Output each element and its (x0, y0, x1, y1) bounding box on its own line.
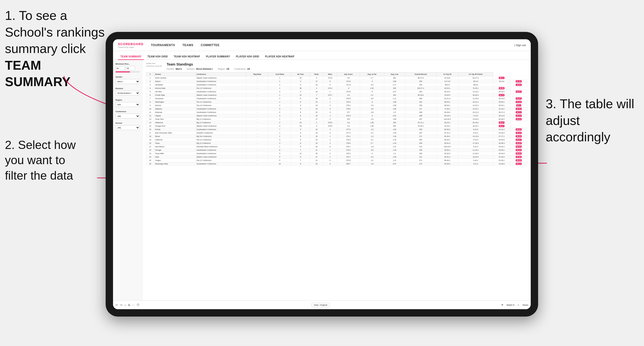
resize-icon[interactable]: ⤢ (518, 304, 520, 306)
nav-bar: SCOREBOARD Powered by clippd TOURNAMENTS… (113, 39, 531, 51)
nav-tournaments[interactable]: TOURNAMENTS (151, 42, 175, 48)
cell-wins: 2 (323, 118, 337, 121)
watch-button[interactable]: Watch ▾ (506, 304, 514, 306)
cell-vs-top50-points: 11-19-0 (458, 97, 493, 100)
cell-school[interactable]: Texas Tech (154, 118, 196, 121)
tab-player-summary[interactable]: PLAYER SUMMARY (204, 54, 232, 60)
tab-team-h2h-grid[interactable]: TEAM H2H GRID (145, 54, 170, 60)
cell-school[interactable]: Georgia Tech (154, 124, 196, 128)
cell-school[interactable]: California (154, 138, 196, 142)
tab-player-h2h-heatmap[interactable]: PLAYER H2H HEATMAP (263, 54, 297, 60)
cell-school[interactable]: Duke (154, 155, 196, 159)
filter-min-to[interactable] (126, 66, 135, 70)
cell-school[interactable]: Mississippi State (154, 162, 196, 166)
filter-conference-select[interactable]: (All) (116, 114, 140, 119)
share-button[interactable]: Share (522, 304, 528, 306)
cell-avg-low: 265 (384, 124, 405, 128)
cell-data: 10-30-0 (493, 162, 510, 166)
cell-avg-par: -6 (360, 100, 384, 104)
table-row: 26Mississippi StateSoutheastern Conferen… (146, 162, 527, 166)
cell-conf-rank: 2 (268, 83, 292, 87)
cell-vs-top25: 95-6-0 (436, 83, 458, 87)
cell-school[interactable]: Oklahoma (154, 121, 196, 124)
cell-rank: 12 (146, 114, 154, 118)
sign-out-link[interactable]: | Sign out (514, 44, 526, 47)
cell-rnds: 23 (310, 135, 323, 138)
cell-school[interactable]: Tennessee (154, 97, 196, 100)
cell-overall-record: 95-29-0 (405, 94, 436, 97)
col-wins: Wins (323, 72, 337, 76)
cell-avg-par: 2.7 (360, 76, 384, 80)
cell-rnds: 4 (310, 124, 323, 128)
cell-school[interactable]: Arkansas (154, 111, 196, 114)
cell-adj-score: 278.2 (337, 138, 360, 142)
tab-team-h2h-heatmap[interactable]: TEAM H2H HEATMAP (171, 54, 202, 60)
table-row: 5Ole MissSoutheastern Conference-3618127… (146, 90, 527, 94)
cell-avg-par: -5.8 (360, 149, 384, 152)
cell-school[interactable]: Arizona (154, 104, 196, 107)
cell-school[interactable]: Texas A&M (154, 152, 196, 155)
cell-avg-low: 265 (384, 87, 405, 90)
cell-no-tour: 9 (292, 118, 310, 121)
cell-conf-rank: 4 (268, 97, 292, 100)
redo-icon[interactable]: ↪ (120, 303, 122, 307)
cell-rank: 26 (146, 162, 154, 166)
clock-icon[interactable]: ⏱ (136, 303, 140, 307)
cell-vs-top25: 33-25-0 (436, 94, 458, 97)
logo-area: SCOREBOARD Powered by clippd (118, 42, 144, 48)
cell-school[interactable]: North Carolina (154, 76, 196, 80)
cell-data: 80.71 (510, 111, 527, 114)
cell-avg-par: 2.52 (360, 87, 384, 90)
tab-team-summary[interactable]: TEAM SUMMARY (118, 54, 144, 60)
cell-overall-record: 258 (405, 128, 436, 131)
cell-school[interactable]: Illinois (154, 135, 196, 138)
cell-avg-low: 1.86 (384, 107, 405, 111)
cell-reg-rank: - (246, 135, 268, 138)
cell-reg-rank: - (246, 128, 268, 131)
cell-school[interactable]: Texas (154, 142, 196, 145)
cell-school[interactable]: Alabama (154, 107, 196, 111)
home-icon[interactable]: ⌂ (124, 303, 126, 307)
cell-school[interactable]: Vanderbilt (154, 83, 196, 87)
cell-adj-score: 276.9 (337, 107, 360, 111)
toolbar-center: View: Original (312, 303, 330, 307)
cell-conference: Big 12 Conference (196, 121, 246, 124)
more-icon[interactable]: ··· (132, 303, 135, 307)
cell-school[interactable]: Virginia (154, 114, 196, 118)
cell-school[interactable]: Georgia (154, 149, 196, 152)
cell-data: 82.79 (493, 94, 510, 97)
cell-wins: 275.7 (323, 94, 337, 97)
cell-school[interactable]: Auburn (154, 80, 196, 83)
cell-school[interactable]: Ole Miss (154, 90, 196, 94)
nav-teams[interactable]: TEAMS (182, 42, 194, 48)
cell-school[interactable]: East Tennessee State (154, 131, 196, 135)
table-conference-filter: Conference: All (234, 68, 250, 70)
filter-gender-select[interactable]: Men's (116, 79, 140, 84)
cell-school[interactable]: New Mexico (154, 145, 196, 149)
cell-avg-low: 1.28 (384, 135, 405, 138)
cell-wins: 0 (323, 159, 337, 162)
nav-committee[interactable]: COMMITTEE (201, 42, 220, 48)
filter-division-select[interactable]: NCAA Division I (116, 91, 140, 95)
cell-school[interactable]: Arizona State (154, 87, 196, 90)
copy-icon[interactable]: ⧉ (128, 303, 130, 307)
filter-school-select[interactable]: (All) (116, 125, 140, 130)
cell-overall-record: 269 (405, 142, 436, 145)
filter-min-from[interactable] (116, 66, 125, 70)
filter-region-select[interactable]: N/A (116, 102, 140, 107)
cell-school[interactable]: Oregon (154, 159, 196, 162)
cell-avg-low: 262 (384, 76, 405, 80)
cell-school[interactable]: Florida (154, 128, 196, 131)
cell-rnds: 7 (310, 94, 323, 97)
cell-data: 31-29-1 (493, 107, 510, 111)
cell-reg-rank: - (246, 83, 268, 87)
tab-player-h2h-grid[interactable]: PLAYER H2H GRID (234, 54, 262, 60)
filter-slider[interactable] (116, 71, 140, 72)
cell-school[interactable]: Florida State (154, 94, 196, 97)
cell-conf-rank: 2 (268, 94, 292, 97)
view-original-button[interactable]: View: Original (312, 303, 330, 307)
cell-school[interactable]: Washington (154, 100, 196, 104)
undo-icon[interactable]: ↩ (116, 303, 118, 307)
cell-no-tour: 9 (292, 155, 310, 159)
cell-conf-rank: 5 (268, 107, 292, 111)
